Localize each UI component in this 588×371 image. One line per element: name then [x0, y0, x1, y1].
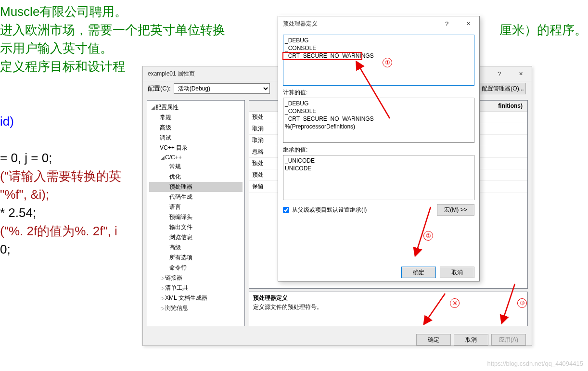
tree-node[interactable]: ▷浏览信息	[149, 303, 243, 313]
expand-icon: ▷	[160, 295, 165, 301]
tree-node-preprocessor[interactable]: 预处理器	[149, 182, 243, 192]
tree-node[interactable]: 所有选项	[149, 253, 243, 263]
collapse-icon: ◢	[160, 155, 165, 160]
inherit-label: 从父级或项目默认设置继承(I)	[292, 206, 367, 214]
tree-node[interactable]: 浏览信息	[149, 232, 243, 243]
tree-node[interactable]: 语言	[149, 202, 243, 212]
tree-node[interactable]: 预编译头	[149, 212, 243, 222]
inherited-values: _UNICODE UNICODE	[283, 155, 474, 200]
close-button[interactable]: ×	[458, 17, 479, 30]
cancel-button[interactable]: 取消	[454, 334, 488, 345]
calculated-values: _DEBUG _CONSOLE _CRT_SECURE_NO_WARNINGS …	[283, 98, 474, 143]
tree-node[interactable]: 常规	[149, 113, 243, 123]
dialog-title: example01 属性页	[148, 70, 195, 78]
tree-node[interactable]: 高级	[149, 123, 243, 133]
ok-button[interactable]: 确定	[401, 267, 436, 278]
property-tree[interactable]: ◢配置属性 常规 高级 调试 VC++ 目录 ◢C/C++ 常规 优化 预处理器…	[147, 100, 245, 326]
macros-button[interactable]: 宏(M) >>	[437, 204, 474, 216]
tree-node[interactable]: 高级	[149, 243, 243, 253]
tree-node[interactable]: VC++ 目录	[149, 143, 243, 153]
apply-button[interactable]: 应用(A)	[491, 334, 526, 345]
calculated-label: 计算的值:	[283, 89, 474, 97]
tree-node-root[interactable]: ◢配置属性	[149, 102, 243, 113]
tree-node[interactable]: 代码生成	[149, 192, 243, 202]
close-button[interactable]: ×	[510, 67, 532, 80]
tree-node[interactable]: 常规	[149, 162, 243, 172]
dialog-title: 预处理器定义	[283, 20, 318, 28]
expand-icon: ▷	[160, 306, 165, 311]
inherited-label: 继承的值:	[283, 146, 474, 154]
help-button[interactable]: ?	[488, 67, 510, 80]
cancel-button[interactable]: 取消	[440, 267, 474, 278]
definitions-textarea[interactable]: _DEBUG _CONSOLE _CRT_SECURE_NO_WARNINGS	[283, 35, 474, 86]
tree-node[interactable]: 命令行	[149, 263, 243, 273]
tree-node-ccpp[interactable]: ◢C/C++	[149, 153, 243, 162]
config-label: 配置(C):	[148, 84, 171, 93]
help-button[interactable]: ?	[436, 17, 458, 30]
collapse-icon: ◢	[150, 105, 155, 110]
expand-icon: ▷	[160, 285, 165, 291]
preprocessor-definitions-dialog: 预处理器定义 ? × _DEBUG _CONSOLE _CRT_SECURE_N…	[278, 16, 480, 281]
tree-node[interactable]: ▷链接器	[149, 273, 243, 283]
config-manager-button[interactable]: 配置管理器(O)...	[480, 83, 526, 94]
expand-icon: ▷	[160, 275, 165, 281]
config-select[interactable]: 活动(Debug)	[174, 83, 270, 94]
desc-title: 预处理器定义	[253, 294, 524, 302]
inherit-checkbox[interactable]	[283, 207, 289, 213]
tree-node[interactable]: 输出文件	[149, 222, 243, 232]
desc-text: 定义源文件的预处理符号。	[253, 303, 524, 311]
description-panel: 预处理器定义 定义源文件的预处理符号。	[249, 292, 528, 326]
watermark: https://blog.csdn.net/qq_44094415	[487, 360, 584, 367]
titlebar: 预处理器定义 ? ×	[278, 16, 479, 31]
ok-button[interactable]: 确定	[416, 334, 451, 345]
tree-node[interactable]: 调试	[149, 133, 243, 143]
tree-node[interactable]: ▷XML 文档生成器	[149, 293, 243, 303]
tree-node[interactable]: 优化	[149, 172, 243, 182]
tree-node[interactable]: ▷清单工具	[149, 283, 243, 293]
